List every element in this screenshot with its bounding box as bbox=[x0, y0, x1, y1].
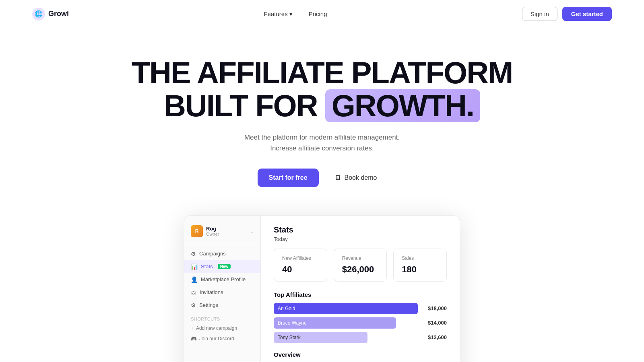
nav-pricing[interactable]: Pricing bbox=[309, 10, 327, 17]
stat-card-revenue: Revenue $26,000 bbox=[334, 249, 387, 282]
navbar: 🌐 Growi Features ▾ Pricing Sign in Get s… bbox=[0, 0, 644, 28]
affiliate-row-1: Ari Gold $18,000 bbox=[274, 303, 447, 314]
affiliate-amount-tony-stark: $12,600 bbox=[423, 334, 447, 340]
stat-value-sales: 180 bbox=[402, 264, 438, 275]
shortcut-discord[interactable]: 🎮 Join our Discord bbox=[184, 333, 260, 344]
nav-features[interactable]: Features ▾ bbox=[264, 10, 292, 18]
stat-label-new-affiliates: New Affiliates bbox=[282, 255, 319, 261]
today-label: Today bbox=[274, 236, 447, 242]
overview-title: Overview bbox=[274, 351, 447, 358]
hero-cta: Start for free 🗓 Book demo bbox=[32, 169, 612, 187]
discord-icon: 🎮 bbox=[191, 336, 197, 341]
affiliate-bar-ari-gold: Ari Gold bbox=[274, 303, 418, 314]
stat-value-revenue: $26,000 bbox=[342, 264, 379, 275]
book-demo-button[interactable]: 🗓 Book demo bbox=[325, 169, 387, 187]
avatar: R bbox=[191, 225, 203, 237]
user-name: Rog bbox=[206, 226, 219, 232]
affiliate-row-2: Bruce Wayne $14,000 bbox=[274, 317, 447, 329]
logo-icon: 🌐 bbox=[32, 8, 45, 21]
sidebar-item-invitations[interactable]: 🗂 Invitations bbox=[184, 286, 260, 299]
stats-icon: 📊 bbox=[191, 263, 198, 270]
sidebar-label-settings: Settings bbox=[199, 302, 218, 308]
sidebar: R Rog Owner ⌄ ⚙ Campaigns 📊 Stats New 👤 bbox=[184, 216, 261, 362]
sidebar-user: R Rog Owner ⌄ bbox=[184, 222, 260, 244]
stat-label-revenue: Revenue bbox=[342, 255, 379, 261]
main-content: Stats Today New Affiliates 40 Revenue $2… bbox=[261, 216, 460, 362]
stats-title: Stats bbox=[274, 225, 447, 234]
stat-card-new-affiliates: New Affiliates 40 bbox=[274, 249, 327, 282]
user-role: Owner bbox=[206, 232, 219, 237]
logo-text: Growi bbox=[48, 10, 69, 18]
new-badge: New bbox=[218, 264, 231, 269]
plus-icon: + bbox=[191, 325, 194, 331]
nav-links: Features ▾ Pricing bbox=[264, 10, 327, 18]
start-free-button[interactable]: Start for free bbox=[258, 169, 319, 187]
chevron-down-icon: ▾ bbox=[289, 10, 293, 18]
shortcuts-label: Shortcuts bbox=[184, 312, 260, 323]
nav-actions: Sign in Get started bbox=[522, 7, 612, 21]
calendar-icon: 🗓 bbox=[335, 174, 341, 181]
sidebar-label-stats: Stats bbox=[201, 263, 213, 269]
stat-card-sales: Sales 180 bbox=[393, 249, 447, 282]
sidebar-item-marketplace[interactable]: 👤 Marketplace Profile bbox=[184, 273, 260, 286]
sidebar-item-stats[interactable]: 📊 Stats New bbox=[184, 260, 260, 273]
stats-cards: New Affiliates 40 Revenue $26,000 Sales … bbox=[274, 249, 447, 282]
affiliate-row-3: Tony Stark $12,600 bbox=[274, 332, 447, 343]
chevron-icon: ⌄ bbox=[250, 228, 254, 234]
logo[interactable]: 🌐 Growi bbox=[32, 8, 69, 21]
growth-highlight: GROWTH. bbox=[325, 89, 480, 122]
invitations-icon: 🗂 bbox=[191, 289, 196, 296]
hero-section: THE AFFILIATE PLATFORM BUILT FOR GROWTH.… bbox=[0, 28, 644, 207]
affiliate-amount-bruce-wayne: $14,000 bbox=[423, 320, 447, 326]
sidebar-item-settings[interactable]: ⚙ Settings bbox=[184, 299, 260, 312]
sidebar-item-campaigns[interactable]: ⚙ Campaigns bbox=[184, 247, 260, 260]
hero-title: THE AFFILIATE PLATFORM BUILT FOR GROWTH. bbox=[32, 56, 612, 122]
affiliate-bar-bruce-wayne: Bruce Wayne bbox=[274, 317, 396, 329]
hero-subtitle: Meet the platform for modern affiliate m… bbox=[32, 132, 612, 154]
marketplace-icon: 👤 bbox=[191, 276, 198, 283]
stat-label-sales: Sales bbox=[402, 255, 438, 261]
sidebar-label-marketplace: Marketplace Profile bbox=[201, 276, 246, 282]
getstarted-button[interactable]: Get started bbox=[562, 7, 612, 21]
stat-value-new-affiliates: 40 bbox=[282, 264, 319, 275]
dashboard-preview: R Rog Owner ⌄ ⚙ Campaigns 📊 Stats New 👤 bbox=[184, 215, 460, 362]
campaigns-icon: ⚙ bbox=[191, 251, 196, 257]
signin-button[interactable]: Sign in bbox=[522, 7, 557, 21]
sidebar-label-invitations: Invitations bbox=[200, 289, 223, 295]
shortcut-add-campaign[interactable]: + Add new campaign bbox=[184, 323, 260, 333]
settings-icon: ⚙ bbox=[191, 302, 196, 309]
sidebar-label-campaigns: Campaigns bbox=[199, 251, 226, 257]
affiliate-amount-ari-gold: $18,000 bbox=[423, 305, 447, 311]
affiliate-bar-tony-stark: Tony Stark bbox=[274, 332, 367, 343]
top-affiliates-title: Top Affiliates bbox=[274, 291, 447, 298]
